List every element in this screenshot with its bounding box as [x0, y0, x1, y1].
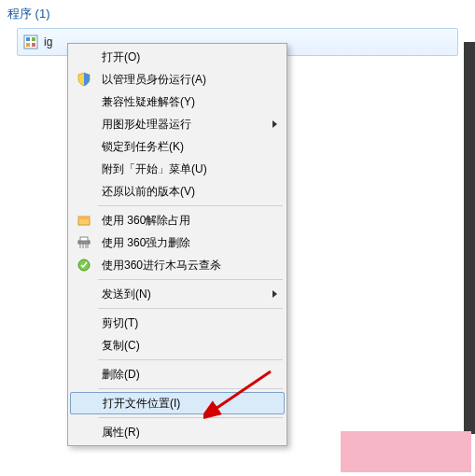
svg-rect-2: [32, 37, 35, 41]
blank-icon: [74, 284, 94, 304]
svg-rect-1: [26, 37, 30, 41]
menu-label: 打开(O): [94, 49, 277, 65]
section-header: 程序 (1): [0, 0, 475, 26]
menu-label: 用图形处理器运行: [94, 117, 269, 133]
menu-open[interactable]: 打开(O): [70, 46, 285, 68]
menu-run-as-admin[interactable]: 以管理员身份运行(A): [70, 68, 285, 91]
menu-label: 使用 360解除占用: [94, 213, 277, 229]
svg-rect-3: [26, 43, 30, 47]
separator: [98, 388, 283, 389]
menu-pin-start[interactable]: 附到「开始」菜单(U): [70, 158, 285, 180]
submenu-arrow-icon: [272, 120, 277, 128]
menu-label: 锁定到任务栏(K): [94, 139, 277, 155]
menu-label: 还原以前的版本(V): [94, 184, 277, 200]
separator: [98, 205, 283, 206]
separator: [98, 308, 283, 309]
menu-label: 发送到(N): [94, 287, 269, 302]
menu-label: 附到「开始」菜单(U): [94, 161, 277, 177]
blank-icon: [74, 181, 94, 202]
blank-icon: [74, 313, 94, 333]
blank-icon: [74, 159, 94, 179]
menu-copy[interactable]: 复制(C): [70, 334, 285, 357]
result-filename: ig: [44, 35, 52, 49]
right-edge-strip: [464, 42, 475, 434]
blank-icon: [75, 393, 95, 413]
watermark-box: [341, 431, 471, 472]
menu-open-file-location[interactable]: 打开文件位置(I): [70, 392, 285, 414]
menu-360-unlock[interactable]: 使用 360解除占用: [70, 209, 285, 231]
blank-icon: [74, 47, 94, 67]
menu-troubleshoot-compat[interactable]: 兼容性疑难解答(Y): [70, 91, 285, 113]
menu-cut[interactable]: 剪切(T): [70, 312, 285, 334]
shield-icon: [74, 69, 94, 90]
menu-send-to[interactable]: 发送到(N): [70, 283, 285, 305]
svg-rect-6: [78, 217, 90, 219]
shredder-icon: [74, 232, 94, 253]
menu-label: 属性(R): [94, 425, 277, 441]
menu-label: 删除(D): [94, 367, 277, 383]
menu-label: 打开文件位置(I): [95, 396, 276, 412]
blank-icon: [74, 136, 94, 157]
box-icon: [74, 210, 94, 231]
menu-label: 复制(C): [94, 338, 277, 354]
menu-properties[interactable]: 属性(R): [70, 421, 285, 443]
menu-label: 剪切(T): [94, 315, 277, 331]
context-menu: 打开(O) 以管理员身份运行(A) 兼容性疑难解答(Y) 用图形处理器运行 锁定…: [67, 43, 287, 446]
svg-rect-4: [32, 43, 35, 47]
menu-pin-taskbar[interactable]: 锁定到任务栏(K): [70, 135, 285, 158]
menu-label: 以管理员身份运行(A): [94, 72, 277, 88]
menu-run-with-gpu[interactable]: 用图形处理器运行: [70, 113, 285, 135]
menu-360-forcedelete[interactable]: 使用 360强力删除: [70, 231, 285, 254]
menu-restore-previous[interactable]: 还原以前的版本(V): [70, 180, 285, 203]
submenu-arrow-icon: [272, 290, 277, 298]
separator: [98, 359, 283, 360]
section-header-label: 程序 (1): [7, 7, 50, 21]
blank-icon: [74, 422, 94, 442]
menu-delete[interactable]: 删除(D): [70, 363, 285, 385]
cloud-scan-icon: [74, 255, 94, 275]
separator: [98, 279, 283, 280]
separator: [98, 417, 283, 418]
blank-icon: [74, 91, 94, 112]
app-icon: [23, 35, 38, 49]
menu-label: 兼容性疑难解答(Y): [94, 94, 277, 110]
menu-label: 使用360进行木马云查杀: [94, 258, 277, 273]
blank-icon: [74, 364, 94, 385]
menu-label: 使用 360强力删除: [94, 235, 277, 251]
blank-icon: [74, 114, 94, 134]
blank-icon: [74, 335, 94, 356]
svg-rect-8: [80, 237, 88, 241]
menu-360-cloudscan[interactable]: 使用360进行木马云查杀: [70, 254, 285, 276]
